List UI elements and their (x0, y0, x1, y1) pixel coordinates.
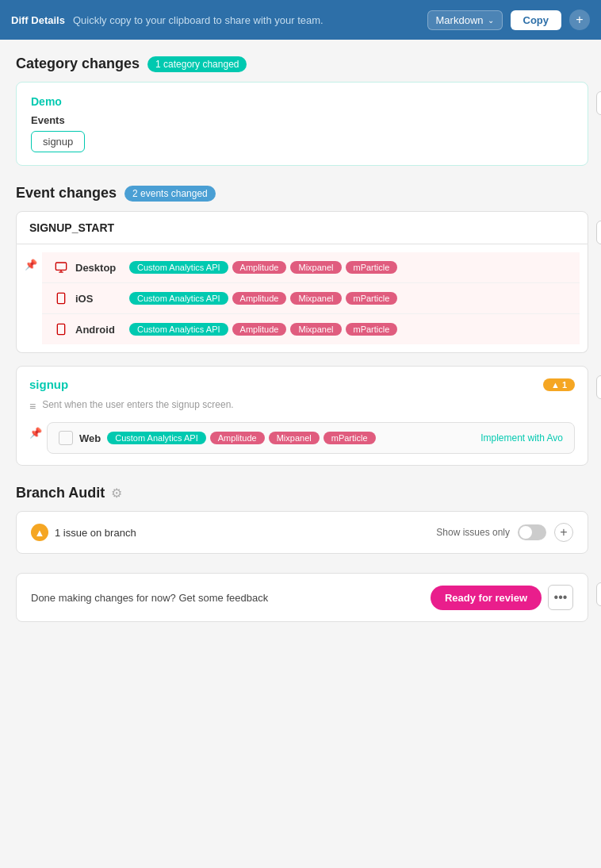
event-changes-title: Event changes (16, 185, 117, 202)
category-card: Demo Events signup (16, 82, 588, 166)
diff-details-title: Diff Details (11, 14, 65, 26)
category-changes-header: Category changes 1 category changed (16, 56, 588, 72)
event-changes-header: Event changes 2 events changed (16, 185, 588, 202)
add-button[interactable]: + (569, 10, 590, 30)
top-bar: Diff Details Quickly copy to your clipbo… (0, 0, 601, 40)
signup-start-comment-button[interactable] (596, 221, 601, 244)
show-issues-label: Show issues only (436, 527, 510, 538)
ios-icon (53, 290, 69, 306)
android-icon (53, 321, 69, 337)
platform-row-desktop: Desktop Custom Analytics API Amplitude M… (42, 252, 580, 283)
chevron-down-icon: ⌄ (488, 16, 494, 25)
bottom-bar-text: Done making changes for now? Get some fe… (31, 592, 268, 604)
tag-mparticle-desktop: mParticle (346, 261, 398, 274)
signup-card-header: signup ▲ 1 (29, 378, 575, 391)
bottom-bar-comment-button[interactable] (596, 582, 601, 606)
signup-comment-button[interactable] (596, 375, 601, 399)
event-changes-badge: 2 events changed (124, 186, 216, 202)
tag-custom-analytics-android: Custom Analytics API (129, 323, 228, 336)
svg-rect-5 (57, 324, 64, 334)
signup-description-text: Sent when the user enters the signup scr… (42, 399, 233, 410)
three-dots-icon: ••• (554, 590, 568, 605)
svg-rect-3 (57, 293, 64, 303)
signup-description-row: ≡ Sent when the user enters the signup s… (29, 399, 575, 413)
tag-custom-analytics-desktop: Custom Analytics API (129, 261, 228, 274)
format-selector[interactable]: Markdown ⌄ (427, 10, 503, 30)
tag-mixpanel-android: Mixpanel (290, 323, 341, 336)
tag-amplitude-web: Amplitude (210, 432, 265, 444)
ios-platform-name: iOS (75, 293, 123, 305)
signup-warning-badge: ▲ 1 (543, 378, 575, 391)
pin-icon-signup: 📌 (29, 427, 42, 439)
web-platform-row: Web Custom Analytics API Amplitude Mixpa… (47, 422, 575, 454)
ready-for-review-button[interactable]: Ready for review (431, 586, 542, 610)
top-bar-description: Quickly copy to your clipboard to share … (73, 14, 419, 26)
category-changes-title: Category changes (16, 56, 140, 72)
show-issues-toggle[interactable] (518, 524, 546, 540)
implement-with-avo-link[interactable]: Implement with Avo (480, 432, 563, 444)
ios-tags: Custom Analytics API Amplitude Mixpanel … (129, 292, 397, 305)
gear-icon[interactable]: ⚙ (111, 486, 122, 501)
lines-icon: ≡ (29, 400, 36, 413)
tag-custom-analytics-ios: Custom Analytics API (129, 292, 228, 305)
issue-left: ▲ 1 issue on branch (31, 524, 136, 541)
bottom-bar-actions: Ready for review ••• (431, 585, 573, 610)
format-label: Markdown (436, 14, 484, 26)
category-changes-badge: 1 category changed (147, 56, 247, 72)
tag-mixpanel-web: Mixpanel (269, 432, 320, 444)
more-options-button[interactable]: ••• (548, 585, 573, 610)
tag-amplitude-android: Amplitude (232, 323, 287, 336)
desktop-icon (53, 259, 69, 275)
android-tags: Custom Analytics API Amplitude Mixpanel … (129, 323, 397, 336)
branch-audit-header: Branch Audit ⚙ (16, 485, 588, 501)
branch-audit-title: Branch Audit (16, 485, 105, 501)
platform-row-ios: iOS Custom Analytics API Amplitude Mixpa… (42, 283, 580, 314)
tag-mixpanel-ios: Mixpanel (290, 292, 341, 305)
tag-amplitude-ios: Amplitude (232, 292, 287, 305)
category-comment-button[interactable] (596, 91, 601, 115)
signup-event-name: signup (29, 378, 68, 391)
demo-label: Demo (31, 95, 573, 108)
desktop-tags: Custom Analytics API Amplitude Mixpanel … (129, 261, 397, 274)
main-content: Category changes 1 category changed Demo… (0, 40, 601, 638)
tag-mparticle-web: mParticle (323, 432, 376, 444)
signup-start-event-name: SIGNUP_START (29, 221, 114, 234)
audit-add-button[interactable]: + (554, 523, 573, 542)
tag-mixpanel-desktop: Mixpanel (290, 261, 341, 274)
web-platform-icon (59, 431, 73, 445)
issue-right: Show issues only + (436, 523, 573, 542)
signup-card: signup ▲ 1 ≡ Sent when the user enters t… (16, 366, 588, 466)
copy-button[interactable]: Copy (511, 10, 562, 30)
warning-icon: ▲ (31, 524, 48, 541)
issue-count-text: 1 issue on branch (55, 527, 136, 539)
bottom-bar: Done making changes for now? Get some fe… (16, 573, 588, 622)
tag-mparticle-android: mParticle (346, 323, 398, 336)
signup-start-event-bar: SIGNUP_START (16, 211, 588, 244)
tag-custom-analytics-web: Custom Analytics API (107, 432, 206, 444)
audit-card: ▲ 1 issue on branch Show issues only + (16, 511, 588, 554)
tag-amplitude-desktop: Amplitude (232, 261, 287, 274)
signup-event-tag: signup (31, 131, 85, 152)
android-platform-name: Android (75, 324, 123, 336)
desktop-platform-name: Desktop (75, 262, 123, 274)
svg-rect-0 (56, 263, 66, 270)
pin-icon-signup-start: 📌 (25, 259, 37, 271)
platform-row-android: Android Custom Analytics API Amplitude M… (42, 314, 580, 344)
toggle-knob (519, 526, 532, 539)
events-label: Events (31, 114, 573, 126)
web-platform-name: Web (79, 432, 101, 444)
web-tags: Custom Analytics API Amplitude Mixpanel … (107, 432, 375, 444)
tag-mparticle-ios: mParticle (346, 292, 398, 305)
